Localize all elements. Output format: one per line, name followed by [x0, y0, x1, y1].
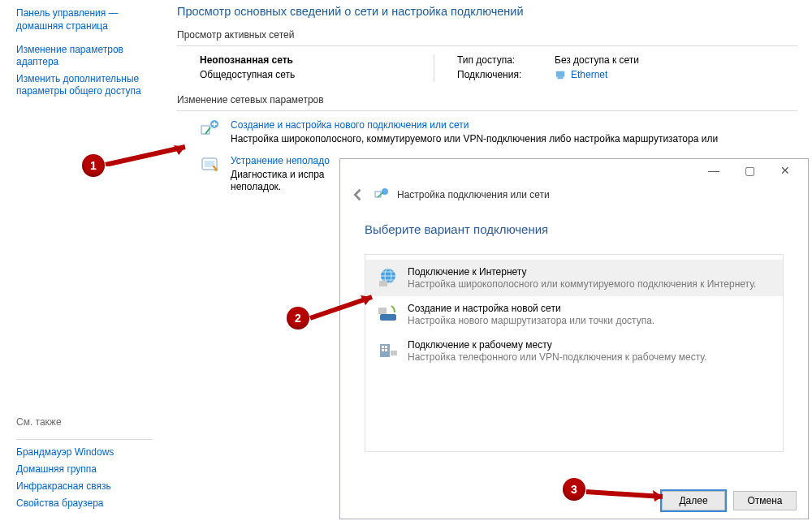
connection-wizard-dialog: — ▢ ✕ Настройка подключения или сети Выб…	[339, 158, 809, 519]
svg-rect-1	[558, 77, 564, 80]
callout-2: 2	[287, 307, 309, 329]
active-networks-group: Просмотр активных сетей Неопознанная сет…	[177, 29, 797, 83]
next-button[interactable]: Далее	[662, 491, 725, 510]
active-networks-label: Просмотр активных сетей	[177, 29, 797, 41]
svg-rect-13	[378, 308, 387, 314]
separator	[16, 439, 152, 440]
option-workplace-title: Подключение к рабочему месту	[408, 339, 706, 351]
callout-3: 3	[563, 478, 585, 501]
task-new-connection-title[interactable]: Создание и настройка нового подключения …	[231, 119, 718, 131]
network-details: Тип доступа: Без доступа к сети Подключе…	[449, 54, 639, 83]
globe-icon	[377, 266, 400, 289]
back-arrow-icon[interactable]	[350, 187, 366, 203]
option-internet[interactable]: Подключение к Интернету Настройка широко…	[365, 260, 783, 296]
sidebar-link-sharing-settings[interactable]: Изменить дополнительные параметры общего…	[16, 73, 152, 97]
svg-rect-17	[382, 349, 384, 351]
vertical-divider	[434, 54, 434, 82]
troubleshoot-icon	[200, 155, 221, 174]
option-new-network[interactable]: Создание и настройка новой сети Настройк…	[365, 296, 783, 333]
option-internet-title: Подключение к Интернету	[408, 266, 756, 278]
dialog-header: Настройка подключения или сети	[340, 182, 808, 211]
svg-rect-18	[385, 349, 387, 351]
svg-rect-11	[379, 281, 387, 286]
minimize-button[interactable]: —	[696, 159, 732, 182]
network-row: Неопознанная сеть Общедоступная сеть Тип…	[177, 54, 797, 83]
workplace-icon	[377, 339, 400, 362]
svg-rect-15	[382, 346, 384, 348]
see-also-browser-properties[interactable]: Свойства браузера	[16, 497, 152, 510]
svg-rect-12	[380, 314, 396, 321]
task-troubleshoot-desc: Диагностика и испра неполадок.	[231, 169, 330, 193]
network-identity: Неопознанная сеть Общедоступная сеть	[200, 54, 419, 83]
ethernet-link[interactable]: Ethernet	[555, 69, 607, 80]
separator	[177, 110, 797, 111]
access-type-key: Тип доступа:	[457, 54, 555, 66]
task-new-connection[interactable]: Создание и настройка нового подключения …	[177, 119, 797, 145]
close-button[interactable]: ✕	[767, 159, 803, 182]
sidebar: Панель управления — домашняя страница Из…	[0, 0, 167, 521]
router-icon	[377, 303, 400, 325]
access-type-value: Без доступа к сети	[555, 54, 639, 66]
svg-point-6	[214, 168, 218, 171]
connection-options-list: Подключение к Интернету Настройка широко…	[365, 254, 784, 452]
svg-point-8	[382, 188, 388, 195]
option-internet-desc: Настройка широкополосного или коммутируе…	[408, 278, 756, 290]
see-also-firewall[interactable]: Брандмауэр Windows	[16, 446, 152, 459]
network-wizard-icon	[374, 187, 389, 202]
see-also-homegroup[interactable]: Домашняя группа	[16, 463, 152, 476]
cancel-button[interactable]: Отмена	[733, 491, 797, 510]
dialog-title: Настройка подключения или сети	[397, 189, 550, 200]
dialog-buttons: Далее Отмена	[662, 491, 797, 510]
task-troubleshoot-title[interactable]: Устранение неполадо	[231, 155, 330, 166]
add-connection-icon	[200, 119, 221, 139]
see-also-infrared[interactable]: Инфракрасная связь	[16, 480, 152, 493]
svg-rect-16	[385, 346, 387, 348]
sidebar-link-adapter-settings[interactable]: Изменение параметров адаптера	[16, 44, 152, 68]
network-params-label: Изменение сетевых параметров	[177, 94, 797, 105]
option-new-network-title: Создание и настройка новой сети	[408, 303, 654, 314]
network-name: Неопознанная сеть	[200, 54, 419, 66]
network-type: Общедоступная сеть	[200, 69, 419, 80]
callout-1: 1	[82, 154, 105, 177]
connections-key: Подключения:	[457, 69, 555, 83]
page-title: Просмотр основных сведений о сети и наст…	[177, 5, 797, 18]
see-also-header: См. также	[16, 416, 152, 428]
dialog-titlebar: — ▢ ✕	[340, 159, 808, 182]
maximize-button[interactable]: ▢	[732, 159, 767, 182]
ethernet-icon	[555, 69, 566, 80]
option-workplace[interactable]: Подключение к рабочему месту Настройка т…	[365, 333, 783, 369]
separator	[177, 45, 797, 46]
sidebar-home-link[interactable]: Панель управления — домашняя страница	[16, 6, 152, 32]
svg-rect-19	[391, 351, 397, 355]
task-new-connection-desc: Настройка широкополосного, коммутируемог…	[231, 133, 718, 145]
ethernet-label: Ethernet	[571, 69, 607, 80]
svg-rect-0	[556, 71, 565, 77]
option-new-network-desc: Настройка нового маршрутизатора или точк…	[408, 315, 654, 326]
dialog-headline: Выберите вариант подключения	[340, 211, 808, 249]
option-workplace-desc: Настройка телефонного или VPN-подключени…	[408, 351, 706, 363]
